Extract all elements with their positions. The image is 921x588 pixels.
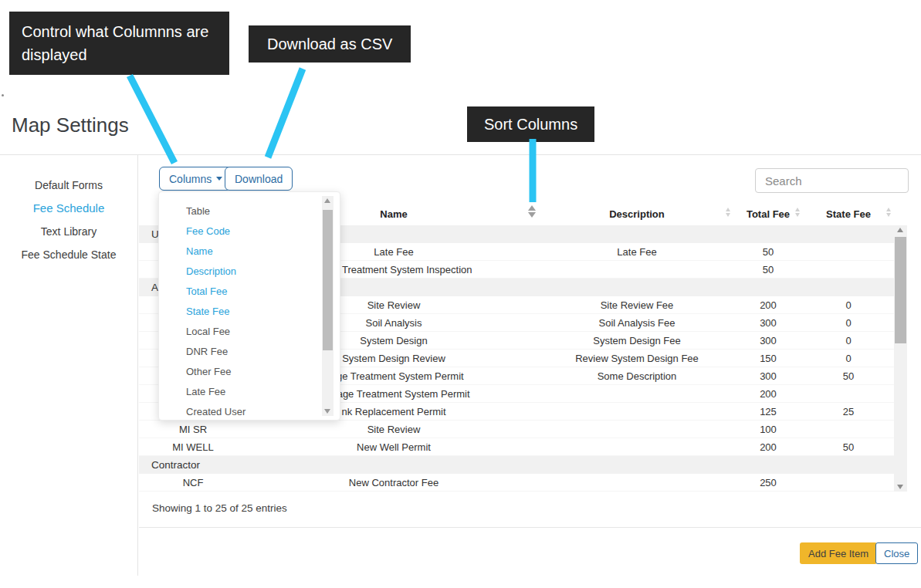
- download-annotation: Download as CSV: [249, 25, 411, 63]
- table-row[interactable]: MI SRSite Review100: [139, 421, 894, 438]
- group-label: U: [139, 228, 159, 240]
- cell-total-fee: 50: [733, 264, 803, 275]
- cell-name: New Well Permit: [247, 441, 540, 453]
- sort-arrows-icon[interactable]: [886, 208, 891, 217]
- cell-fee-code: MI SR: [139, 424, 247, 435]
- cell-state-fee: 0: [803, 335, 894, 346]
- cell-total-fee: 300: [733, 370, 803, 382]
- menu-item-table[interactable]: Table: [159, 201, 340, 221]
- column-header-state-fee[interactable]: State Fee: [803, 202, 894, 225]
- column-header-label: Total Fee: [747, 208, 790, 220]
- search-input[interactable]: [755, 168, 909, 193]
- menu-item-name[interactable]: Name: [159, 242, 340, 262]
- menu-item-total-fee[interactable]: Total Fee: [159, 282, 340, 302]
- settings-sidebar: Default FormsFee ScheduleText LibraryFee…: [0, 174, 137, 266]
- cell-state-fee: 50: [803, 441, 894, 453]
- group-label: Contractor: [139, 459, 200, 471]
- cell-total-fee: 300: [733, 317, 803, 329]
- menu-item-local-fee[interactable]: Local Fee: [159, 322, 340, 342]
- cell-total-fee: 100: [733, 424, 803, 435]
- cell-description: Some Description: [540, 370, 733, 382]
- columns-dropdown-menu: TableFee CodeNameDescriptionTotal FeeSta…: [158, 191, 340, 421]
- menu-item-late-fee[interactable]: Late Fee: [159, 382, 340, 402]
- columns-annotation: Control what Columnns are displayed: [9, 12, 229, 75]
- dropdown-scrollbar-thumb[interactable]: [323, 210, 333, 350]
- cell-description: System Design Fee: [540, 335, 733, 346]
- columns-button-label: Columns: [169, 173, 212, 185]
- add-fee-item-button[interactable]: Add Fee Item: [800, 542, 877, 564]
- cell-description: Late Fee: [540, 246, 733, 258]
- download-button[interactable]: Download: [225, 167, 293, 191]
- menu-item-created-user[interactable]: Created User: [159, 402, 340, 422]
- menu-item-other-fee[interactable]: Other Fee: [159, 362, 340, 382]
- cell-state-fee: 0: [803, 353, 894, 364]
- sidebar-item-default-forms[interactable]: Default Forms: [0, 174, 137, 197]
- table-row[interactable]: NCFNew Contractor Fee250: [139, 474, 894, 492]
- cell-description: Review System Design Fee: [540, 353, 733, 364]
- table-scrollbar-thumb[interactable]: [895, 237, 906, 343]
- stray-mark: [2, 94, 4, 96]
- cell-name: Site Review: [247, 424, 540, 435]
- sidebar-item-text-library[interactable]: Text Library: [0, 220, 137, 243]
- sort-arrows-icon[interactable]: [528, 205, 536, 218]
- cell-description: Site Review Fee: [540, 299, 733, 311]
- table-scrollbar[interactable]: [894, 225, 907, 492]
- group-label: A: [139, 282, 158, 293]
- cell-total-fee: 300: [733, 335, 803, 346]
- cell-fee-code: NCF: [139, 477, 247, 488]
- cell-total-fee: 50: [733, 246, 803, 258]
- menu-item-dnr-fee[interactable]: DNR Fee: [159, 342, 340, 362]
- cell-state-fee: 25: [803, 406, 894, 417]
- column-header-total-fee[interactable]: Total Fee: [733, 202, 803, 225]
- cell-name: New Contractor Fee: [247, 477, 540, 488]
- cell-fee-code: MI WELL: [139, 441, 247, 453]
- cell-total-fee: 200: [733, 441, 803, 453]
- cell-total-fee: 150: [733, 353, 803, 364]
- scroll-up-icon[interactable]: [897, 228, 903, 232]
- column-header-label: Description: [609, 208, 665, 220]
- scroll-down-icon[interactable]: [897, 485, 903, 489]
- scroll-up-icon[interactable]: [324, 198, 330, 203]
- cell-total-fee: 250: [733, 477, 803, 488]
- cell-total-fee: 125: [733, 406, 803, 417]
- scroll-down-icon[interactable]: [324, 409, 330, 414]
- sidebar-item-fee-schedule[interactable]: Fee Schedule: [0, 197, 137, 220]
- sort-arrows-icon[interactable]: [795, 208, 800, 217]
- cell-description: Soil Analysis Fee: [540, 317, 733, 329]
- column-header-label: Name: [380, 208, 407, 220]
- sidebar-divider: [137, 155, 138, 576]
- cell-total-fee: 200: [733, 388, 803, 400]
- close-button[interactable]: Close: [875, 542, 918, 564]
- caret-down-icon: [216, 177, 222, 181]
- sort-arrows-icon[interactable]: [726, 208, 730, 217]
- columns-button[interactable]: Columns: [159, 167, 232, 191]
- sidebar-item-fee-schedule-state[interactable]: Fee Schedule State: [0, 243, 137, 266]
- download-button-label: Download: [235, 173, 283, 185]
- cell-state-fee: 0: [803, 299, 894, 311]
- sort-annotation: Sort Columns: [467, 106, 594, 142]
- column-header-description[interactable]: Description: [540, 202, 733, 225]
- menu-item-description[interactable]: Description: [159, 262, 340, 282]
- column-header-label: State Fee: [826, 208, 871, 220]
- menu-item-fee-code[interactable]: Fee Code: [159, 221, 340, 242]
- page-title: Map Settings: [12, 113, 129, 137]
- dropdown-scrollbar[interactable]: [322, 196, 334, 416]
- cell-total-fee: 200: [733, 299, 803, 311]
- cell-state-fee: 0: [803, 317, 894, 329]
- table-group-row: Contractor: [139, 456, 894, 474]
- cell-state-fee: 50: [803, 370, 894, 382]
- table-row[interactable]: MI WELLNew Well Permit20050: [139, 438, 894, 456]
- menu-item-state-fee[interactable]: State Fee: [159, 302, 340, 322]
- entries-summary: Showing 1 to 25 of 25 entries: [152, 502, 287, 514]
- footer-divider: [139, 527, 921, 528]
